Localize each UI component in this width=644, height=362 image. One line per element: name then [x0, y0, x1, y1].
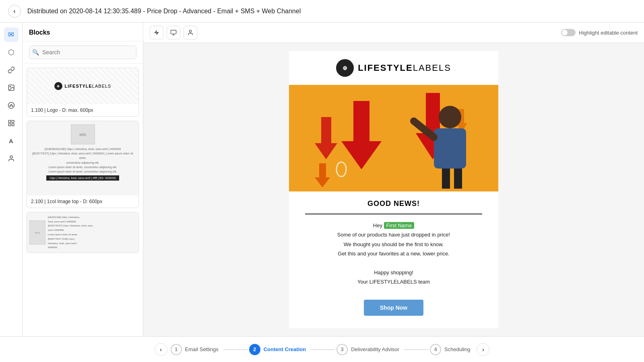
wizard-steps: 1 Email Settings 2 Content Creation 3 De…	[171, 344, 474, 355]
wizard-step-4: 4 Scheduling	[430, 344, 473, 355]
step-circle-3[interactable]: 3	[336, 344, 348, 355]
step-label-2[interactable]: Content Creation	[264, 346, 306, 352]
block3-image: w/o	[29, 220, 45, 245]
block2-cta-preview: 14px | Helvetica, Arial, sans-serif | #f…	[46, 175, 119, 181]
svg-rect-12	[171, 30, 176, 34]
step-label-4[interactable]: Scheduling	[444, 346, 470, 352]
svg-rect-27	[454, 169, 462, 189]
main-area: ✉ ⬡ A Blocks	[0, 23, 644, 336]
sidebar-icon-translate[interactable]: A	[4, 134, 19, 148]
step-circle-4[interactable]: 4	[430, 344, 441, 355]
wizard-next-button[interactable]: ›	[477, 343, 489, 356]
block-item-3[interactable]: w/o [HEADLINE] 18px | Helvetica,Arial, s…	[27, 212, 139, 253]
block2-text: [SUBHEADLINE] 18px | Helvetica, Arial, s…	[30, 147, 135, 174]
sidebar-icon-image[interactable]	[4, 80, 19, 95]
sidebar-icon-person[interactable]	[4, 151, 19, 166]
svg-rect-8	[8, 124, 10, 126]
svg-point-3	[9, 105, 10, 106]
svg-marker-11	[154, 30, 159, 35]
svg-point-10	[10, 156, 12, 158]
wizard-step-3: 3 Deliverability Advisor	[336, 344, 402, 355]
first-name-tag: First Name	[384, 222, 415, 229]
email-cta-button[interactable]: Shop Now	[364, 300, 423, 316]
email-logo-icon: ⊕	[336, 59, 354, 77]
header: ‹ Distributed on 2020-08-14 12:30:35.489…	[0, 0, 644, 23]
step-line-3	[404, 349, 428, 350]
highlight-switch[interactable]	[561, 29, 576, 36]
step-line-2	[311, 349, 335, 350]
back-icon: ‹	[13, 8, 15, 15]
block-preview-logo: ⊕ LIFESTYLELABELS	[27, 68, 138, 104]
block3-text: [HEADLINE] 18px | Helvetica,Arial, sans-…	[48, 215, 93, 250]
email-body: Hey First Name Some of our products have…	[305, 221, 482, 287]
sidebar-icon-grid[interactable]	[4, 116, 19, 130]
desktop-button[interactable]	[167, 26, 180, 39]
block-preview-2: w/o [SUBHEADLINE] 18px | Helvetica, Aria…	[27, 121, 138, 195]
email-good-news-section: GOOD NEWS! Hey First Name Some of our pr…	[289, 191, 498, 293]
block-label-1: 1.100 | Logo - D: max. 600px	[27, 104, 138, 116]
content-area: Highlight editable content ⊕ LIFESTYLELA…	[143, 23, 644, 336]
step-line-1	[223, 349, 248, 350]
block-item-2[interactable]: w/o [SUBHEADLINE] 18px | Helvetica, Aria…	[27, 121, 139, 208]
wizard-prev-button[interactable]: ‹	[155, 343, 167, 356]
svg-rect-26	[442, 169, 450, 189]
step-label-3[interactable]: Deliverability Advisor	[351, 346, 399, 352]
svg-point-15	[189, 30, 191, 32]
block-item-1[interactable]: ⊕ LIFESTYLELABELS 1.100 | Logo - D: max.…	[27, 68, 139, 117]
logo-circle-icon: ⊕	[54, 82, 62, 90]
email-content: ⊕ LIFESTYLELABELS	[289, 51, 498, 328]
svg-point-1	[10, 86, 10, 87]
wizard-bar: ‹ 1 Email Settings 2 Content Creation 3 …	[0, 336, 644, 362]
header-title: Distributed on 2020-08-14 12:30:35.489 -…	[27, 8, 301, 15]
svg-rect-6	[8, 120, 10, 122]
sidebar-icon-email[interactable]: ✉	[4, 27, 19, 42]
blocks-panel-title: Blocks	[23, 23, 143, 41]
highlight-label: Highlight editable content	[579, 30, 638, 36]
sidebar-icon-link[interactable]	[4, 63, 19, 77]
highlight-toggle[interactable]: Highlight editable content	[561, 29, 638, 36]
blocks-search-area	[23, 41, 143, 64]
svg-rect-25	[434, 128, 466, 169]
good-news-title: GOOD NEWS!	[305, 200, 482, 214]
block2-image: w/o	[71, 124, 95, 144]
block-preview-3: w/o [HEADLINE] 18px | Helvetica,Arial, s…	[27, 212, 138, 253]
step-circle-1[interactable]: 1	[171, 344, 182, 355]
svg-point-24	[439, 106, 461, 128]
sidebar-icon-palette[interactable]	[4, 98, 19, 113]
svg-point-4	[10, 104, 11, 105]
blocks-list: ⊕ LIFESTYLELABELS 1.100 | Logo - D: max.…	[23, 64, 143, 336]
svg-point-5	[12, 105, 12, 106]
step-circle-2[interactable]: 2	[249, 344, 260, 355]
lightning-button[interactable]	[150, 26, 163, 39]
search-input[interactable]	[29, 45, 136, 59]
logo-preview-text: LIFESTYLELABELS	[65, 84, 111, 88]
person-view-button[interactable]	[184, 26, 197, 39]
email-hero	[289, 85, 498, 191]
icon-sidebar: ✉ ⬡ A	[0, 23, 23, 336]
content-toolbar: Highlight editable content	[143, 23, 644, 43]
hero-svg	[289, 85, 498, 191]
step-label-1[interactable]: Email Settings	[185, 346, 219, 352]
email-logo-text: LIFESTYLELABELS	[358, 63, 451, 73]
svg-rect-7	[12, 120, 14, 122]
svg-rect-9	[12, 124, 14, 126]
email-cta-area: Shop Now	[289, 293, 498, 322]
wizard-step-1: 1 Email Settings	[171, 344, 222, 355]
back-button[interactable]: ‹	[8, 5, 21, 18]
sidebar-icon-hexagon[interactable]: ⬡	[4, 45, 19, 60]
email-logo: ⊕ LIFESTYLELABELS	[336, 59, 451, 77]
blocks-panel: Blocks ⊕ LIFESTYLELABELS 1.100 | Logo - …	[23, 23, 143, 336]
wizard-step-2: 2 Content Creation	[249, 344, 309, 355]
email-canvas: ⊕ LIFESTYLELABELS	[143, 43, 644, 336]
block-label-2: 2.100 | 1col Image top - D: 600px	[27, 195, 138, 208]
email-logo-area: ⊕ LIFESTYLELABELS	[289, 51, 498, 85]
